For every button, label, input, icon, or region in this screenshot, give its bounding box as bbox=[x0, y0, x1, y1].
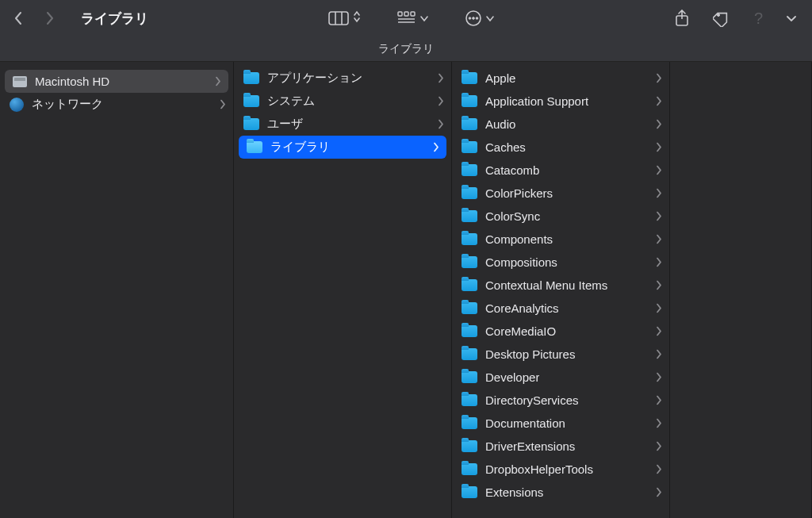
list-item[interactable]: Developer bbox=[452, 366, 669, 389]
list-item[interactable]: システム bbox=[234, 90, 451, 113]
list-item[interactable]: Desktop Pictures bbox=[452, 343, 669, 366]
folder-icon bbox=[462, 417, 477, 429]
updown-icon bbox=[353, 10, 361, 26]
item-label: ColorSync bbox=[485, 209, 540, 223]
list-item[interactable]: ColorSync bbox=[452, 205, 669, 228]
chevron-down-icon bbox=[420, 11, 428, 25]
chevron-right-icon bbox=[656, 71, 662, 85]
path-bar-current[interactable]: ライブラリ bbox=[378, 42, 434, 56]
chevron-right-icon bbox=[656, 255, 662, 269]
chevron-right-icon bbox=[438, 94, 444, 108]
item-label: Audio bbox=[485, 117, 515, 131]
chevron-right-icon bbox=[656, 163, 662, 177]
action-menu-button[interactable] bbox=[465, 10, 494, 27]
svg-rect-0 bbox=[329, 12, 348, 25]
chevron-right-icon bbox=[656, 393, 662, 407]
folder-icon bbox=[462, 486, 477, 498]
column-browser: Macintosh HDネットワーク アプリケーションシステムユーザライブラリ … bbox=[0, 62, 812, 518]
item-label: Documentation bbox=[485, 416, 565, 430]
list-item[interactable]: Macintosh HD bbox=[5, 70, 228, 93]
chevron-right-icon bbox=[220, 98, 226, 111]
chevron-right-icon bbox=[656, 301, 662, 315]
list-item[interactable]: DriverExtensions bbox=[452, 435, 669, 458]
list-item[interactable]: Contextual Menu Items bbox=[452, 274, 669, 297]
list-item[interactable]: ライブラリ bbox=[239, 136, 446, 159]
column-3 bbox=[670, 62, 812, 518]
path-bar-label: ライブラリ bbox=[378, 42, 434, 56]
folder-icon bbox=[462, 463, 477, 475]
list-item[interactable]: Catacomb bbox=[452, 159, 669, 182]
folder-icon bbox=[462, 72, 477, 84]
list-item[interactable]: Components bbox=[452, 228, 669, 251]
chevron-right-icon bbox=[438, 71, 444, 85]
list-item[interactable]: Apple bbox=[452, 67, 669, 90]
item-label: Desktop Pictures bbox=[485, 347, 575, 361]
column-0: Macintosh HDネットワーク bbox=[0, 62, 234, 518]
chevron-right-icon bbox=[433, 140, 439, 154]
chevron-right-icon bbox=[438, 117, 444, 131]
svg-rect-3 bbox=[398, 12, 402, 16]
chevron-right-icon bbox=[656, 232, 662, 246]
list-item[interactable]: Extensions bbox=[452, 481, 669, 504]
folder-icon bbox=[247, 141, 262, 153]
chevron-right-icon bbox=[656, 370, 662, 384]
chevron-right-icon bbox=[656, 117, 662, 131]
chevron-right-icon bbox=[656, 140, 662, 154]
toolbar-left-group: ライブラリ bbox=[11, 10, 148, 28]
column-1: アプリケーションシステムユーザライブラリ bbox=[234, 62, 452, 518]
tags-button[interactable] bbox=[713, 10, 730, 27]
folder-icon bbox=[462, 187, 477, 199]
list-item[interactable]: Audio bbox=[452, 113, 669, 136]
list-item[interactable]: Compositions bbox=[452, 251, 669, 274]
svg-point-11 bbox=[477, 17, 479, 20]
chevron-right-icon bbox=[656, 485, 662, 499]
item-label: CoreAnalytics bbox=[485, 301, 559, 315]
item-label: Extensions bbox=[485, 485, 543, 499]
list-item[interactable]: ユーザ bbox=[234, 113, 451, 136]
toolbar-right-group: ? bbox=[675, 10, 801, 28]
list-item[interactable]: Caches bbox=[452, 136, 669, 159]
forward-button[interactable] bbox=[43, 11, 57, 25]
chevron-right-icon bbox=[656, 416, 662, 430]
item-label: アプリケーション bbox=[267, 71, 362, 86]
list-item[interactable]: DropboxHelperTools bbox=[452, 458, 669, 481]
item-label: ColorPickers bbox=[485, 186, 553, 200]
item-label: Components bbox=[485, 232, 553, 246]
column-2: AppleApplication SupportAudioCachesCatac… bbox=[452, 62, 670, 518]
path-bar: ライブラリ bbox=[0, 36, 812, 62]
back-button[interactable] bbox=[11, 11, 25, 25]
help-button[interactable]: ? bbox=[754, 10, 763, 28]
chevron-down-icon[interactable] bbox=[787, 11, 796, 25]
svg-rect-4 bbox=[404, 12, 408, 16]
list-item[interactable]: CoreMediaIO bbox=[452, 320, 669, 343]
svg-point-10 bbox=[473, 17, 475, 20]
item-label: Caches bbox=[485, 140, 526, 154]
view-columns-button[interactable] bbox=[328, 10, 361, 26]
folder-icon bbox=[462, 118, 477, 130]
svg-rect-5 bbox=[411, 12, 415, 16]
item-label: Apple bbox=[485, 71, 515, 85]
list-item[interactable]: ColorPickers bbox=[452, 182, 669, 205]
folder-icon bbox=[462, 440, 477, 452]
chevron-right-icon bbox=[656, 186, 662, 200]
folder-icon bbox=[462, 210, 477, 222]
group-by-button[interactable] bbox=[397, 11, 428, 25]
list-item[interactable]: Documentation bbox=[452, 412, 669, 435]
item-label: DropboxHelperTools bbox=[485, 462, 593, 476]
list-item[interactable]: ネットワーク bbox=[0, 93, 233, 116]
item-label: システム bbox=[267, 94, 315, 109]
harddisk-icon bbox=[13, 76, 27, 87]
toolbar-center-group bbox=[148, 10, 675, 27]
list-item[interactable]: アプリケーション bbox=[234, 67, 451, 90]
folder-icon bbox=[462, 302, 477, 314]
list-item[interactable]: CoreAnalytics bbox=[452, 297, 669, 320]
list-item[interactable]: Application Support bbox=[452, 90, 669, 113]
folder-icon bbox=[462, 95, 477, 107]
svg-point-9 bbox=[469, 17, 472, 20]
item-label: ネットワーク bbox=[32, 97, 103, 112]
folder-icon bbox=[462, 256, 477, 268]
share-button[interactable] bbox=[675, 10, 689, 27]
list-item[interactable]: DirectoryServices bbox=[452, 389, 669, 412]
item-label: Contextual Menu Items bbox=[485, 278, 607, 292]
item-label: DirectoryServices bbox=[485, 393, 579, 407]
